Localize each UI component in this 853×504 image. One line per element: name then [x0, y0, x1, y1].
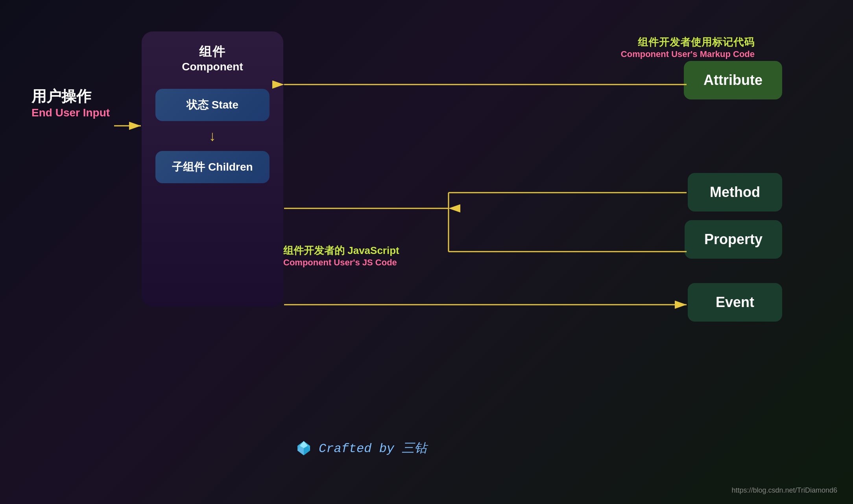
property-box: Property [685, 220, 782, 259]
js-label-en: Component User's JS Code [283, 258, 399, 268]
markup-label-en: Component User's Markup Code [621, 49, 755, 59]
event-box: Event [688, 283, 782, 322]
user-action-label: 用户操作 End User Input [31, 86, 110, 119]
main-container: 组件 Component 状态 State ↓ 子组件 Children 用户操… [0, 0, 853, 504]
down-arrow-icon: ↓ [209, 129, 216, 143]
attribute-box: Attribute [684, 61, 782, 99]
property-label: Property [704, 231, 763, 247]
markup-label-zh: 组件开发者使用标记代码 [621, 35, 755, 49]
js-label: 组件开发者的 JavaScript Component User's JS Co… [283, 244, 399, 268]
method-box: Method [688, 173, 782, 212]
state-box: 状态 State [155, 89, 270, 121]
event-label: Event [716, 294, 754, 310]
gem-icon [295, 440, 312, 457]
markup-label: 组件开发者使用标记代码 Component User's Markup Code [621, 35, 755, 59]
children-box: 子组件 Children [155, 151, 270, 183]
user-action-en: End User Input [31, 107, 110, 119]
url-text: https://blog.csdn.net/TriDiamond6 [732, 486, 837, 495]
component-title-zh: 组件 [182, 43, 243, 61]
crafted-text: Crafted by 三钻 [319, 440, 427, 457]
component-box: 组件 Component 状态 State ↓ 子组件 Children [142, 31, 283, 307]
js-label-zh: 组件开发者的 JavaScript [283, 244, 399, 258]
attribute-label: Attribute [703, 72, 763, 88]
user-action-zh: 用户操作 [31, 86, 110, 107]
component-title: 组件 Component [182, 43, 243, 73]
component-title-en: Component [182, 61, 243, 73]
children-label: 子组件 Children [172, 161, 253, 173]
crafted-by: Crafted by 三钻 [295, 440, 427, 457]
method-label: Method [710, 184, 760, 200]
state-label: 状态 State [186, 99, 238, 111]
